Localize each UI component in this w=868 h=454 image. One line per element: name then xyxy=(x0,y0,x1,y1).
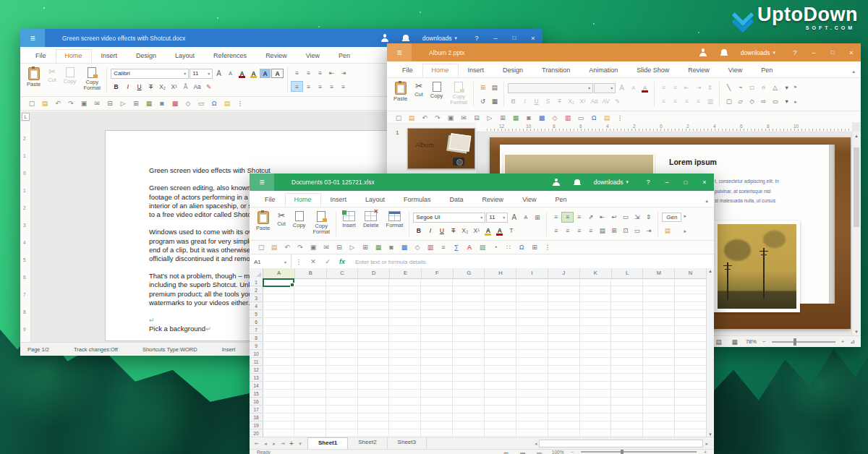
slide-layout-icon[interactable]: ▤ xyxy=(489,83,500,93)
insert-table-icon[interactable]: ⊞ xyxy=(129,99,142,108)
tab-selector[interactable]: L xyxy=(22,113,30,121)
undo-icon[interactable]: ↶ xyxy=(51,99,64,108)
minimize-button[interactable]: – xyxy=(804,43,823,61)
ribbon-scroll-arrows[interactable]: ▸▸ xyxy=(793,80,798,109)
slide-thumbnail-1[interactable]: Album xyxy=(407,128,475,169)
text-box-icon[interactable]: ▭ xyxy=(195,99,208,108)
more-tools-icon[interactable]: ⋮ xyxy=(541,243,554,252)
font-family-select[interactable]: ▾ xyxy=(508,83,593,93)
bullet-list-icon[interactable]: ≡ xyxy=(292,69,302,78)
distribute-icon[interactable]: ≡ xyxy=(338,82,349,91)
increase-indent-icon[interactable]: ⇥ xyxy=(338,69,349,78)
zoom-in-button[interactable]: + xyxy=(841,338,845,345)
help-button[interactable]: ? xyxy=(639,174,658,191)
font-color-icon[interactable]: A xyxy=(237,69,247,78)
column-header-j[interactable]: J xyxy=(548,268,580,278)
strikethrough-icon[interactable]: T xyxy=(554,97,565,106)
number-list-icon[interactable]: ≡ xyxy=(670,83,681,93)
superscript-icon[interactable]: X¹ xyxy=(169,82,179,92)
print-icon[interactable]: ⊟ xyxy=(470,113,483,123)
arrow-shape-icon[interactable]: ⇨ xyxy=(758,96,769,106)
column-header-m[interactable]: M xyxy=(643,268,675,278)
column-header-h[interactable]: H xyxy=(485,268,516,278)
vertical-scrollbar[interactable]: ▴ ▾ xyxy=(851,132,861,336)
reset-slide-icon[interactable]: ↺ xyxy=(477,96,488,106)
bold-icon[interactable]: B xyxy=(111,82,122,92)
row-header-14[interactable]: 14 xyxy=(250,382,263,390)
diamond-shape-icon[interactable]: ◇ xyxy=(746,96,757,106)
account-menu[interactable]: downloads▾ xyxy=(422,35,457,42)
paste-button[interactable]: Paste xyxy=(23,65,44,95)
page-view-icon[interactable]: ▤ xyxy=(517,450,528,454)
redo-icon[interactable]: ↷ xyxy=(64,99,77,108)
zoom-in-button[interactable]: + xyxy=(704,450,707,454)
select-tool-icon[interactable]: ▷ xyxy=(346,243,359,252)
paste-button[interactable]: Paste xyxy=(252,209,273,239)
new-slide-icon[interactable]: ⊞ xyxy=(477,83,488,93)
page-indicator[interactable]: Page 1/2 xyxy=(27,346,49,353)
tab-layout[interactable]: Layout xyxy=(166,49,204,63)
column-header-b[interactable]: B xyxy=(295,268,327,278)
tab-pen[interactable]: Pen xyxy=(752,64,782,77)
triangle-shape-icon[interactable]: △ xyxy=(770,83,780,93)
insert-symbol-icon[interactable]: Ω xyxy=(515,243,528,252)
connector-shape-icon[interactable]: ~ xyxy=(735,83,746,93)
callout-shape-icon[interactable]: ▭ xyxy=(770,96,780,106)
wrap-text-icon[interactable]: ↩ xyxy=(608,213,619,222)
italic-icon[interactable]: I xyxy=(519,97,530,106)
send-email-icon[interactable]: ✉ xyxy=(90,99,103,108)
screenshot-icon[interactable]: ◙ xyxy=(385,243,398,252)
close-button[interactable]: × xyxy=(842,43,861,61)
shrink-font-icon[interactable]: A xyxy=(225,69,236,78)
user-icon[interactable] xyxy=(552,179,562,187)
sheet-tab-sheet2[interactable]: Sheet2 xyxy=(348,437,387,450)
column-header-i[interactable]: I xyxy=(516,268,548,278)
tab-file[interactable]: File xyxy=(393,64,422,77)
row-header-17[interactable]: 17 xyxy=(250,406,263,414)
justify-icon[interactable]: ≡ xyxy=(326,82,337,91)
notification-bell-icon[interactable] xyxy=(720,48,728,56)
redo-icon[interactable]: ↷ xyxy=(431,113,444,123)
column-header-n[interactable]: N xyxy=(675,268,707,278)
row-header-18[interactable]: 18 xyxy=(250,414,263,421)
bold-icon[interactable]: B xyxy=(413,226,424,236)
align-center-icon[interactable]: ≡ xyxy=(303,82,314,91)
char-spacing-icon[interactable]: AV xyxy=(600,97,611,106)
user-icon[interactable] xyxy=(380,34,391,42)
align-text-right-icon[interactable]: ≡ xyxy=(574,226,584,235)
tab-file[interactable]: File xyxy=(26,49,56,63)
column-chart-icon[interactable]: ▥ xyxy=(561,113,574,123)
row-header-12[interactable]: 12 xyxy=(250,366,263,374)
note-icon[interactable]: ▤ xyxy=(221,99,234,108)
indent-left-icon[interactable]: ⇤ xyxy=(597,213,608,222)
row-header-9[interactable]: 9 xyxy=(250,342,263,350)
fill-color-icon[interactable]: A xyxy=(482,226,493,236)
format-wipe-icon[interactable]: ✎ xyxy=(612,97,623,106)
zoom-slider[interactable] xyxy=(772,341,835,343)
confirm-entry-icon[interactable]: ✓ xyxy=(320,258,335,265)
tab-home[interactable]: Home xyxy=(56,49,92,63)
statistics-icon[interactable]: ∑ xyxy=(450,243,463,252)
tab-insert[interactable]: Insert xyxy=(92,49,127,63)
tab-pen[interactable]: Pen xyxy=(329,49,359,63)
tab-insert[interactable]: Insert xyxy=(459,64,494,77)
parallelogram-shape-icon[interactable]: ▱ xyxy=(735,96,746,106)
copy-button[interactable]: Copy xyxy=(427,80,447,109)
tab-references[interactable]: References xyxy=(204,49,256,63)
break-view-icon[interactable]: ▥ xyxy=(534,450,545,454)
sheet-tab-sheet1[interactable]: Sheet1 xyxy=(307,437,348,450)
paste-button[interactable]: Paste xyxy=(390,80,411,109)
text-box-icon[interactable]: ▭ xyxy=(574,113,587,123)
currency-convert-icon[interactable]: ▤ xyxy=(662,226,673,235)
collapse-ribbon-button[interactable]: ▴ xyxy=(705,198,708,204)
tab-data[interactable]: Data xyxy=(441,193,473,207)
font-color-icon[interactable]: A xyxy=(639,83,650,93)
slide-heading[interactable]: Lorem ipsum xyxy=(669,158,717,166)
undo-icon[interactable]: ↶ xyxy=(418,113,431,123)
formula-input[interactable]: Enter text or formula details. xyxy=(355,259,427,265)
row-header-1[interactable]: 1 xyxy=(250,278,263,286)
superscript-icon[interactable]: X¹ xyxy=(577,97,588,106)
columns-icon[interactable]: ▥ xyxy=(705,96,715,106)
insert-shape-icon[interactable]: ◇ xyxy=(548,113,561,123)
grid-view-icon[interactable]: ⊞ xyxy=(501,450,511,454)
